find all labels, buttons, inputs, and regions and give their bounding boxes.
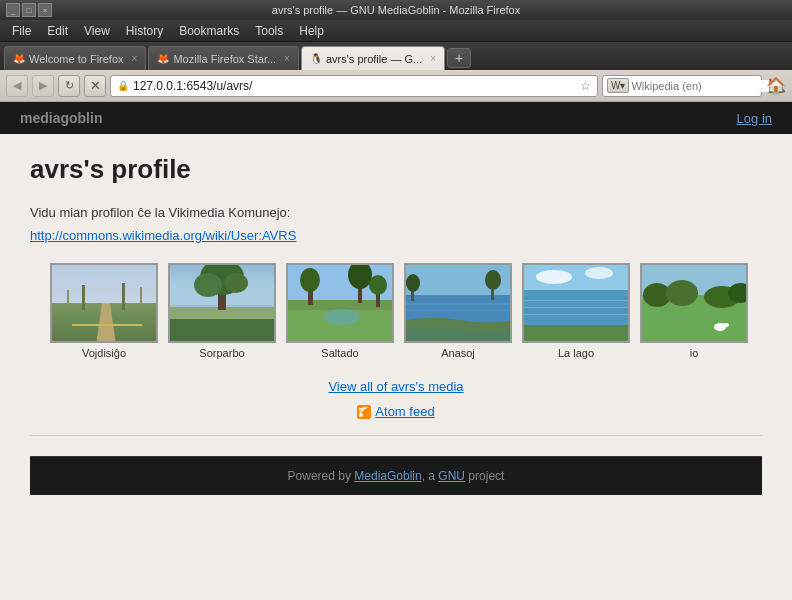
media-label-anasoj: Anasoj (441, 347, 475, 359)
media-item-sorparbo[interactable]: Sorparbo (168, 263, 276, 359)
view-all-link[interactable]: View all of avrs's media (30, 379, 762, 394)
menu-tools[interactable]: Tools (247, 22, 291, 40)
footer-divider (30, 435, 762, 436)
media-grid: Vojdisiĝo (50, 263, 748, 359)
stop-button[interactable]: ✕ (84, 75, 106, 97)
svg-rect-42 (524, 300, 630, 301)
maximize-button[interactable]: □ (22, 3, 36, 17)
tab-avrs-profile[interactable]: 🐧 avrs's profile — G... × (301, 46, 445, 70)
menu-help[interactable]: Help (291, 22, 332, 40)
tab-close-firefox[interactable]: × (284, 53, 290, 64)
new-tab-button[interactable]: + (447, 48, 471, 68)
svg-rect-44 (524, 314, 630, 315)
profile-title: avrs's profile (30, 154, 762, 185)
tab-favicon-avrs: 🐧 (310, 53, 322, 64)
login-link[interactable]: Log in (737, 111, 772, 126)
tab-firefox-start[interactable]: 🦊 Mozilla Firefox Star... × (148, 46, 299, 70)
svg-point-31 (406, 274, 420, 292)
url-bar: 🔒 ☆ (110, 75, 598, 97)
forward-button[interactable]: ▶ (32, 75, 54, 97)
media-item-saltado[interactable]: Saltado (286, 263, 394, 359)
page-content: mediagoblin Log in avrs's profile Vidu m… (0, 102, 792, 600)
media-thumb-lalago (522, 263, 630, 343)
svg-point-55 (359, 413, 363, 417)
media-label-io: io (690, 347, 699, 359)
footer-gnu-link[interactable]: GNU (438, 469, 465, 483)
media-item-anasoj[interactable]: Anasoj (404, 263, 512, 359)
tab-bar: 🦊 Welcome to Firefox × 🦊 Mozilla Firefox… (0, 42, 792, 70)
tab-close-welcome[interactable]: × (132, 53, 138, 64)
svg-rect-9 (170, 315, 276, 343)
search-engine-label[interactable]: W▾ (607, 78, 629, 93)
search-input[interactable] (631, 80, 769, 92)
site-logo: mediagoblin (20, 110, 102, 126)
profile-description: Vidu mian profilon ĉe la Vikimedia Komun… (30, 205, 762, 220)
svg-rect-3 (82, 285, 85, 310)
tab-label-firefox: Mozilla Firefox Star... (173, 53, 276, 65)
atom-feed-icon (357, 405, 371, 419)
svg-rect-39 (524, 325, 630, 343)
menu-view[interactable]: View (76, 22, 118, 40)
window-title: avrs's profile — GNU MediaGoblin - Mozil… (66, 4, 726, 16)
media-item-vojdisigo[interactable]: Vojdisiĝo (50, 263, 158, 359)
svg-point-13 (194, 273, 222, 297)
tab-close-avrs[interactable]: × (430, 53, 436, 64)
media-thumb-vojdisigo (50, 263, 158, 343)
site-footer: Powered by MediaGoblin, a GNU project (30, 456, 762, 495)
url-input[interactable] (133, 79, 576, 93)
media-thumb-anasoj (404, 263, 512, 343)
url-star-icon[interactable]: ☆ (580, 79, 591, 93)
svg-rect-35 (406, 309, 512, 311)
atom-feed-link[interactable]: Atom feed (375, 404, 434, 419)
svg-point-49 (666, 280, 698, 306)
nav-bar: ◀ ▶ ↻ ✕ 🔒 ☆ W▾ 🔍 🏠 (0, 70, 792, 102)
media-label-vojdisigo: Vojdisiĝo (82, 347, 126, 359)
url-favicon: 🔒 (117, 80, 129, 91)
tab-welcome[interactable]: 🦊 Welcome to Firefox × (4, 46, 146, 70)
tab-favicon-welcome: 🦊 (13, 53, 25, 64)
media-thumb-io (640, 263, 748, 343)
title-bar: _ □ × avrs's profile — GNU MediaGoblin -… (0, 0, 792, 20)
footer-text-after: project (465, 469, 504, 483)
media-label-sorparbo: Sorparbo (199, 347, 244, 359)
svg-point-53 (723, 323, 729, 327)
svg-point-24 (369, 275, 387, 295)
menu-file[interactable]: File (4, 22, 39, 40)
profile-external-link[interactable]: http://commons.wikimedia.org/wiki/User:A… (30, 228, 762, 243)
menu-bookmarks[interactable]: Bookmarks (171, 22, 247, 40)
tab-label-welcome: Welcome to Firefox (29, 53, 124, 65)
close-button[interactable]: × (38, 3, 52, 17)
svg-point-41 (585, 267, 613, 279)
minimize-button[interactable]: _ (6, 3, 20, 17)
footer-text-middle: , a (422, 469, 439, 483)
svg-point-40 (536, 270, 572, 284)
site-header: mediagoblin Log in (0, 102, 792, 134)
footer-mediagoblin-link[interactable]: MediaGoblin (354, 469, 421, 483)
svg-rect-34 (406, 303, 512, 305)
svg-point-25 (324, 309, 360, 325)
back-button[interactable]: ◀ (6, 75, 28, 97)
tab-label-avrs: avrs's profile — G... (326, 53, 422, 65)
menu-history[interactable]: History (118, 22, 171, 40)
media-label-saltado: Saltado (321, 347, 358, 359)
media-label-lalago: La lago (558, 347, 594, 359)
svg-rect-4 (122, 283, 125, 310)
svg-point-33 (485, 270, 501, 290)
home-button[interactable]: 🏠 (766, 76, 786, 95)
media-thumb-saltado (286, 263, 394, 343)
atom-feed-row: Atom feed (30, 404, 762, 419)
media-item-io[interactable]: io (640, 263, 748, 359)
reload-button[interactable]: ↻ (58, 75, 80, 97)
svg-rect-6 (140, 287, 142, 307)
svg-rect-43 (524, 307, 630, 308)
tab-favicon-firefox: 🦊 (157, 53, 169, 64)
svg-rect-5 (67, 290, 69, 308)
media-item-lalago[interactable]: La lago (522, 263, 630, 359)
media-thumb-sorparbo (168, 263, 276, 343)
menu-bar: File Edit View History Bookmarks Tools H… (0, 20, 792, 42)
footer-text-before: Powered by (288, 469, 355, 483)
svg-point-20 (300, 268, 320, 292)
svg-point-14 (224, 273, 248, 293)
menu-edit[interactable]: Edit (39, 22, 76, 40)
main-content: avrs's profile Vidu mian profilon ĉe la … (0, 134, 792, 515)
